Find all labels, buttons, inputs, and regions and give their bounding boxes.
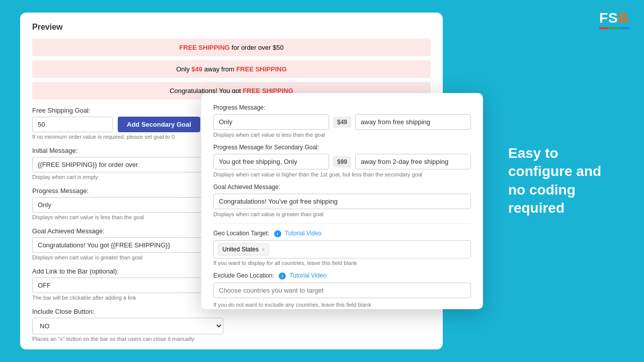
include-close-row: Include Close Button: NO YES Places an "… xyxy=(32,308,431,342)
overlay-progress-input[interactable] xyxy=(213,114,329,130)
include-close-select[interactable]: NO YES xyxy=(32,318,223,334)
overlay-geo-row: Geo Location Target: i Tutorial Video Un… xyxy=(213,230,471,266)
exclude-tutorial-link[interactable]: Tutorial Video xyxy=(289,272,326,279)
bar1-post: for order over $50 xyxy=(231,44,283,51)
overlay-exclude-geo-row: Exclude Geo Location: i Tutorial Video I… xyxy=(213,272,471,308)
tagline-text: Easy to configure and no coding required xyxy=(508,144,619,218)
geo-hint: If you want to display for all countries… xyxy=(213,260,471,266)
overlay-secondary-hint: Displays when cart value is higher than … xyxy=(213,171,471,177)
overlay-secondary-suffix-input[interactable] xyxy=(355,154,471,169)
add-link-input[interactable] xyxy=(32,278,223,293)
overlay-goal-achieved-label: Goal Achieved Message: xyxy=(213,184,471,191)
add-secondary-goal-button[interactable]: Add Secondary Goal xyxy=(118,117,200,132)
exclude-geo-hint: If you do not want to exclude any countr… xyxy=(213,302,471,308)
overlay-secondary-input[interactable] xyxy=(213,154,329,169)
overlay-goal-achieved-hint: Displays when cart value is greater than… xyxy=(213,211,471,217)
overlay-progress-suffix-input[interactable] xyxy=(355,114,471,130)
bar2-pre: Only xyxy=(176,65,191,73)
overlay-progress-input-row: $49 xyxy=(213,114,471,130)
overlay-progress-hint: Displays when cart value is less than th… xyxy=(213,132,471,138)
overlay-secondary-price: $99 xyxy=(333,156,351,167)
overlay-progress-price: $49 xyxy=(333,117,351,128)
fsb-logo: FSB xyxy=(599,10,629,29)
exclude-geo-input[interactable] xyxy=(213,283,471,298)
free-shipping-input[interactable] xyxy=(32,117,113,132)
bar2-highlight2: FREE SHIPPING xyxy=(236,65,286,73)
bar2-highlight1: $49 xyxy=(192,65,203,73)
overlay-progress-row: Progress Message: $49 Displays when cart… xyxy=(213,104,471,138)
preview-bar-1: FREE SHIPPING for order over $50 xyxy=(32,39,431,56)
overlay-panel: Progress Message: $49 Displays when cart… xyxy=(201,93,483,309)
geo-tutorial-link[interactable]: Tutorial Video xyxy=(285,230,321,237)
geo-location-input[interactable] xyxy=(273,246,466,253)
overlay-goal-achieved-row: Goal Achieved Message: Displays when car… xyxy=(213,184,471,217)
bar1-highlight: FREE SHIPPING xyxy=(179,44,229,51)
preview-bar-2: Only $49 away from FREE SHIPPING xyxy=(32,60,431,78)
overlay-goal-achieved-input-row xyxy=(213,194,471,209)
include-close-hint: Places an "x" button on the bar so that … xyxy=(32,336,431,342)
exclude-info-icon: i xyxy=(279,272,286,279)
overlay-geo-label: Geo Location Target: i Tutorial Video xyxy=(213,230,471,237)
panel-title: Preview xyxy=(32,23,431,32)
overlay-secondary-label: Progress Message for Secondary Goal: xyxy=(213,144,471,151)
overlay-exclude-geo-label: Exclude Geo Location: i Tutorial Video xyxy=(213,272,471,280)
geo-info-icon: i xyxy=(274,230,281,237)
info-icon-geo: i xyxy=(274,230,281,237)
overlay-secondary-progress-row: Progress Message for Secondary Goal: $99… xyxy=(213,144,471,177)
bar2-mid: away from xyxy=(204,65,236,73)
overlay-progress-label: Progress Message: xyxy=(213,104,471,111)
overlay-secondary-input-row: $99 xyxy=(213,154,471,169)
divider-1 xyxy=(213,223,471,224)
geo-tag-remove-button[interactable]: × xyxy=(262,246,265,252)
geo-tag-us: United States × xyxy=(218,243,269,255)
info-icon-exclude: i xyxy=(279,273,286,280)
geo-input-wrap[interactable]: United States × xyxy=(213,240,471,258)
overlay-goal-achieved-input[interactable] xyxy=(213,194,471,209)
geo-tag-label: United States xyxy=(222,246,259,253)
